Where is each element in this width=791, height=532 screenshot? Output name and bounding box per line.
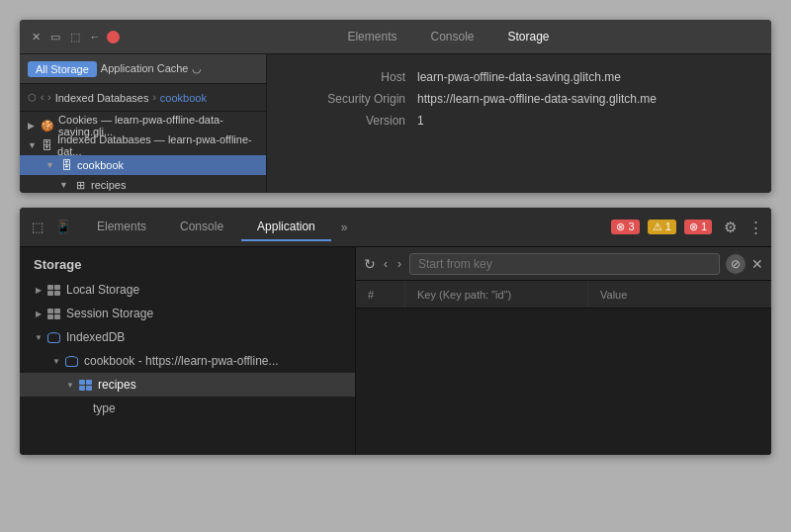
top-sidebar-toolbar: All Storage Application Cache ◡ xyxy=(20,54,266,84)
next-button[interactable]: › xyxy=(396,257,403,271)
local-storage-label: Local Storage xyxy=(66,283,139,297)
cookbook-icon xyxy=(65,356,78,367)
info-host-row: Host learn-pwa-offline-data-saving.glitc… xyxy=(287,70,751,84)
host-value: learn-pwa-offline-data-saving.glitch.me xyxy=(417,70,621,84)
recipes-arrow: ▼ xyxy=(65,381,75,390)
bottom-sidebar: Storage ▶ Local Storage ▶ Session Storag… xyxy=(20,247,356,455)
tree-cookbook[interactable]: ▼ 🗄 cookbook xyxy=(20,155,266,175)
col-key-header: Key (Key path: "id") xyxy=(405,281,588,308)
version-value: 1 xyxy=(417,114,424,128)
bottom-devtools-panel: ⬚ 📱 Elements Console Application » ⊗ 3 ⚠… xyxy=(20,208,771,455)
storage-section-title: Storage xyxy=(20,247,355,278)
origin-label: Security Origin xyxy=(287,92,405,106)
col-number-header: # xyxy=(356,281,405,308)
cursor-icon[interactable]: ⬚ xyxy=(28,218,47,237)
breadcrumb-sep: › xyxy=(152,92,155,103)
breadcrumb-cookbook[interactable]: cookbook xyxy=(160,92,207,104)
local-storage-icon xyxy=(47,285,60,296)
tree-recipes[interactable]: ▼ ⊞ recipes xyxy=(20,175,266,193)
top-main-content: Host learn-pwa-offline-data-saving.glitc… xyxy=(267,54,771,193)
tree-toggle-cookies: ▶ xyxy=(28,121,37,131)
info-count-badge: ⊗ 1 xyxy=(684,220,712,234)
tab-console-top[interactable]: Console xyxy=(414,26,489,47)
top-sidebar-nav: ⬡ ‹ › Indexed Databases › cookbook xyxy=(20,84,266,112)
cancel-search-button[interactable]: ⊘ xyxy=(726,254,746,274)
refresh-button[interactable]: ↻ xyxy=(364,256,376,272)
indexeddb-icon xyxy=(47,332,60,343)
back-nav-icon[interactable]: ‹ xyxy=(41,92,44,103)
tab-elements-bottom[interactable]: Elements xyxy=(81,214,162,241)
sidebar-item-cookbook[interactable]: ▼ cookbook - https://learn-pwa-offline..… xyxy=(20,349,355,373)
local-storage-arrow: ▶ xyxy=(34,286,44,295)
more-tabs-icon[interactable]: » xyxy=(333,215,356,240)
type-label: type xyxy=(93,401,116,415)
breadcrumb-indexed[interactable]: Indexed Databases xyxy=(55,92,149,104)
sidebar-item-indexeddb[interactable]: ▼ IndexedDB xyxy=(20,325,355,349)
bottom-content: Storage ▶ Local Storage ▶ Session Storag… xyxy=(20,247,771,455)
badge-info: ⊗ 1 xyxy=(684,220,712,234)
sidebar-item-session-storage[interactable]: ▶ Session Storage xyxy=(20,302,355,325)
top-tree: ▶ Cookies — learn-pwa-offline-data-savin… xyxy=(20,112,266,193)
badge-errors: ⊗ 3 xyxy=(611,220,639,234)
tab-storage-top[interactable]: Storage xyxy=(492,26,566,47)
col-value-header: Value xyxy=(588,281,771,308)
tab-console-bottom[interactable]: Console xyxy=(164,214,239,241)
nav-arrow-icon: ⬡ xyxy=(28,92,37,103)
session-storage-arrow: ▶ xyxy=(34,310,44,318)
error-badge xyxy=(107,31,120,44)
badge-warnings: ⚠ 1 xyxy=(648,220,676,234)
origin-value: https://learn-pwa-offline-data-saving.gl… xyxy=(417,92,657,106)
top-tabs: Elements Console Storage xyxy=(133,26,763,47)
indexeddb-arrow: ▼ xyxy=(34,333,44,342)
tab-elements-top[interactable]: Elements xyxy=(331,26,412,47)
top-toolbar-icons: ✕ ▭ ⬚ ← xyxy=(28,29,120,44)
cookie-icon xyxy=(41,119,54,133)
warning-count-badge: ⚠ 1 xyxy=(648,220,676,234)
recipes-grid-icon xyxy=(79,380,92,391)
sidebar-item-local-storage[interactable]: ▶ Local Storage xyxy=(20,278,355,302)
top-toolbar: ✕ ▭ ⬚ ← Elements Console Storage xyxy=(20,20,771,54)
tree-toggle-indexed: ▼ xyxy=(28,140,37,150)
settings-icon[interactable]: ⚙ xyxy=(720,219,741,236)
minimize-icon[interactable]: ▭ xyxy=(47,29,63,44)
top-sidebar: All Storage Application Cache ◡ ⬡ ‹ › In… xyxy=(20,54,267,193)
app-cache-label[interactable]: Application Cache ◡ xyxy=(101,62,202,75)
more-options-icon[interactable]: ⋮ xyxy=(748,219,763,236)
indexed-db-icon: 🗄 xyxy=(41,138,53,152)
badge-area: ⊗ 3 ⚠ 1 ⊗ 1 ⚙ ⋮ xyxy=(611,219,763,236)
expand-icon[interactable]: ⬚ xyxy=(67,29,83,44)
tree-toggle-recipes: ▼ xyxy=(59,180,69,190)
close-panel-button[interactable]: ✕ xyxy=(751,256,763,272)
tree-cookies[interactable]: ▶ Cookies — learn-pwa-offline-data-savin… xyxy=(20,116,266,135)
cookbook-label: cookbook - https://learn-pwa-offline... xyxy=(84,354,279,368)
bottom-toolbar-icons: ⬚ 📱 xyxy=(28,218,73,237)
tree-cookbook-label: cookbook xyxy=(77,159,124,171)
cookbook-arrow: ▼ xyxy=(51,357,61,366)
bottom-toolbar: ⬚ 📱 Elements Console Application » ⊗ 3 ⚠… xyxy=(20,208,771,247)
recipes-icon: ⊞ xyxy=(73,178,87,192)
table-body xyxy=(356,309,771,455)
back-icon[interactable]: ← xyxy=(87,29,103,44)
start-from-key-input[interactable] xyxy=(409,253,720,275)
close-icon[interactable]: ✕ xyxy=(28,29,44,44)
prev-button[interactable]: ‹ xyxy=(382,257,390,271)
bottom-main-toolbar: ↻ ‹ › ⊘ ✕ xyxy=(356,247,771,281)
bottom-main: ↻ ‹ › ⊘ ✕ # Key (Key path: "id") Value xyxy=(356,247,771,455)
session-storage-icon xyxy=(47,309,60,319)
fwd-nav-icon[interactable]: › xyxy=(47,92,50,103)
all-storage-button[interactable]: All Storage xyxy=(28,61,97,77)
tree-toggle-cookbook: ▼ xyxy=(45,160,55,170)
bottom-tabs: Elements Console Application » xyxy=(81,214,603,241)
tree-indexed-label: Indexed Databases — learn-pwa-offline-da… xyxy=(57,133,258,157)
indexeddb-label: IndexedDB xyxy=(66,330,125,344)
error-count-badge: ⊗ 3 xyxy=(611,220,639,234)
mobile-icon[interactable]: 📱 xyxy=(53,218,73,237)
info-version-row: Version 1 xyxy=(287,114,751,128)
tree-recipes-label: recipes xyxy=(91,179,126,191)
top-devtools-panel: ✕ ▭ ⬚ ← Elements Console Storage All Sto… xyxy=(20,20,771,193)
sidebar-item-type[interactable]: type xyxy=(20,397,355,420)
table-header: # Key (Key path: "id") Value xyxy=(356,281,771,309)
tree-indexed-db[interactable]: ▼ 🗄 Indexed Databases — learn-pwa-offlin… xyxy=(20,135,266,155)
sidebar-item-recipes[interactable]: ▼ recipes xyxy=(20,373,355,397)
tab-application[interactable]: Application xyxy=(241,214,331,241)
